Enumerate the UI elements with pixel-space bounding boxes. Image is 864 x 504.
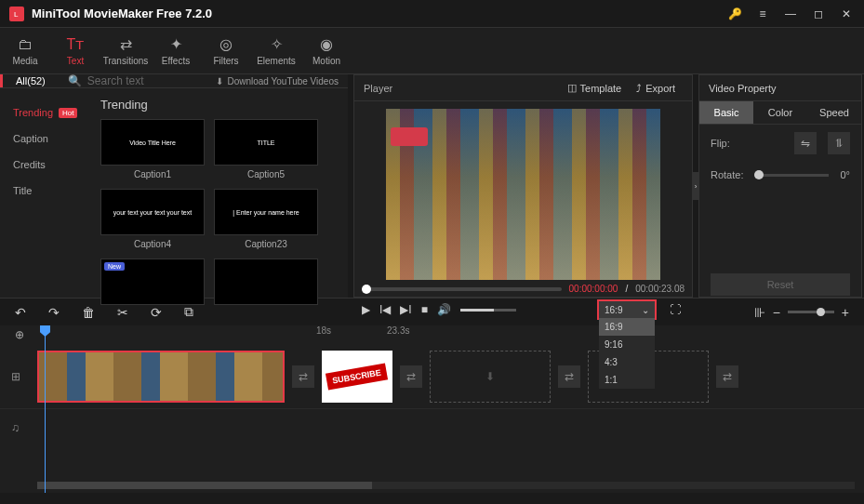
video-preview[interactable] (386, 109, 660, 280)
sidebar-item-trending[interactable]: TrendingHot (0, 99, 93, 126)
tab-speed[interactable]: Speed (807, 101, 861, 124)
ruler-mark: 18s (316, 325, 331, 336)
tool-transitions[interactable]: ⇄Transitions (100, 28, 151, 73)
tool-elements[interactable]: ✧Elements (251, 28, 301, 73)
sidebar-item-caption[interactable]: Caption (0, 126, 93, 152)
template-button[interactable]: ◫Template (560, 82, 630, 94)
zoom-out-button[interactable]: − (773, 305, 780, 320)
all-filter[interactable]: All(52) (0, 74, 59, 87)
speed-button[interactable]: ⟳ (151, 305, 162, 320)
time-current: 00:00:00:00 (569, 284, 618, 294)
template-icon: ◫ (567, 82, 577, 94)
delete-button[interactable]: 🗑 (82, 305, 95, 320)
aspect-ratio-select[interactable]: 16:9 ⌄ (599, 301, 655, 318)
caption-label: Caption5 (214, 169, 318, 179)
caption-card[interactable]: Video Title HereCaption1 (100, 119, 205, 179)
crop-button[interactable]: ⧉ (184, 304, 193, 320)
rotate-label: Rotate: (711, 169, 743, 180)
flip-horizontal-button[interactable]: ⇋ (794, 132, 817, 154)
aspect-option[interactable]: 4:3 (599, 353, 655, 371)
caption-thumb: your text your text your text (100, 189, 205, 235)
props-title: Video Property (699, 75, 861, 101)
search-input[interactable]: 🔍 Search text (59, 74, 207, 87)
caption-thumb: TITLE (214, 119, 318, 166)
minimize-button[interactable]: — (782, 6, 799, 22)
stop-button[interactable]: ■ (421, 303, 428, 316)
aspect-option[interactable]: 16:9 (599, 318, 655, 336)
undo-button[interactable]: ↶ (15, 305, 26, 320)
video-clip-2[interactable]: SUBSCRIBE (322, 351, 392, 403)
caption-thumb: New (100, 259, 205, 305)
prev-frame-button[interactable]: I◀ (379, 303, 391, 316)
tool-effects[interactable]: ✦Effects (151, 28, 201, 73)
video-clip-1[interactable] (37, 351, 285, 403)
timeline-scrollbar[interactable] (37, 482, 855, 489)
tool-motion[interactable]: ◉Motion (301, 28, 352, 73)
fit-timeline-button[interactable]: ⊕ (15, 328, 24, 341)
caption-label: Caption23 (214, 239, 318, 249)
playhead[interactable] (45, 325, 46, 493)
time-total: 00:00:23.08 (635, 284, 685, 294)
flip-label: Flip: (711, 138, 730, 149)
volume-slider[interactable] (460, 309, 516, 312)
aspect-option[interactable]: 1:1 (599, 371, 655, 389)
next-frame-button[interactable]: ▶I (400, 303, 411, 316)
flip-vertical-button[interactable]: ⥮ (828, 132, 850, 154)
zoom-in-button[interactable]: + (842, 305, 849, 320)
maximize-button[interactable]: ◻ (810, 6, 827, 22)
export-icon: ⤴ (636, 83, 642, 94)
rotate-value: 0° (840, 169, 850, 180)
app-icon: L (9, 7, 24, 21)
transition-slot[interactable]: ⇄ (558, 365, 580, 388)
caption-thumb (214, 259, 318, 305)
fit-width-icon[interactable]: ⊪ (754, 305, 765, 320)
caption-card[interactable]: your text your text your textCaption4 (100, 189, 205, 249)
caption-card[interactable]: | Enter your name hereCaption23 (214, 189, 318, 249)
volume-icon[interactable]: 🔊 (437, 303, 451, 316)
redo-button[interactable]: ↷ (48, 305, 60, 320)
caption-thumb: Video Title Here (100, 119, 205, 166)
close-button[interactable]: ✕ (838, 6, 855, 22)
menu-icon[interactable]: ≡ (754, 6, 771, 22)
aspect-option[interactable]: 9:16 (599, 336, 655, 353)
caption-label: Caption1 (100, 169, 205, 179)
new-badge: New (104, 262, 125, 271)
caption-card[interactable]: New (100, 259, 205, 309)
seek-bar[interactable] (362, 287, 562, 291)
key-icon[interactable]: 🔑 (726, 6, 743, 22)
filters-icon: ◎ (219, 35, 233, 53)
expand-tab[interactable]: › (692, 172, 699, 200)
download-icon: ⬇ (216, 76, 223, 86)
chevron-down-icon: ⌄ (642, 305, 649, 315)
grid-title: Trending (100, 98, 340, 112)
caption-thumb: | Enter your name here (214, 189, 318, 235)
transition-slot[interactable]: ⇄ (400, 365, 422, 388)
play-button[interactable]: ▶ (362, 303, 370, 316)
fullscreen-button[interactable]: ⛶ (666, 303, 685, 316)
reset-button[interactable]: Reset (711, 273, 850, 296)
search-icon: 🔍 (68, 74, 82, 87)
app-title: MiniTool MovieMaker Free 7.2.0 (32, 7, 726, 20)
sidebar-item-credits[interactable]: Credits (0, 152, 93, 178)
caption-card[interactable] (214, 259, 318, 309)
svg-text:L: L (14, 10, 19, 19)
caption-card[interactable]: TITLECaption5 (214, 119, 318, 179)
transition-slot[interactable]: ⇄ (716, 365, 738, 388)
tool-text[interactable]: TᴛText (50, 28, 100, 73)
video-track-icon: ⊞ (11, 370, 30, 383)
sidebar-item-title[interactable]: Title (0, 178, 93, 204)
tab-basic[interactable]: Basic (699, 101, 753, 124)
empty-clip-slot[interactable]: ⬇ (430, 351, 551, 403)
export-button[interactable]: ⤴Export (629, 83, 683, 94)
elements-icon: ✧ (271, 35, 283, 53)
audio-track-icon: ♫ (11, 421, 30, 434)
tool-media[interactable]: 🗀Media (0, 28, 50, 73)
download-youtube-link[interactable]: ⬇ Download YouTube Videos (206, 76, 348, 86)
split-button[interactable]: ✂ (117, 305, 128, 320)
rotate-slider[interactable] (754, 174, 829, 177)
zoom-slider[interactable] (788, 311, 834, 313)
transitions-icon: ⇄ (120, 35, 132, 53)
tab-color[interactable]: Color (753, 101, 807, 124)
transition-slot[interactable]: ⇄ (292, 365, 314, 388)
tool-filters[interactable]: ◎Filters (201, 28, 251, 73)
